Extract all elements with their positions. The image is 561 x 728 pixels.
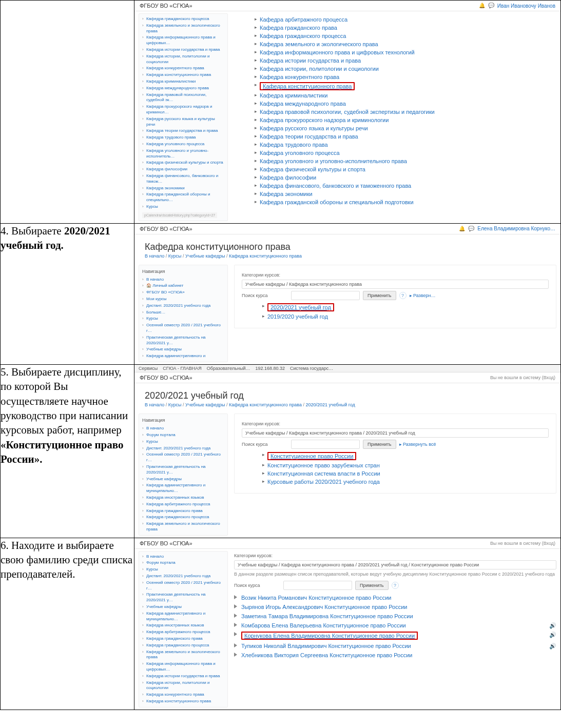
list-item[interactable]: Кафедра иностранных языков — [142, 622, 224, 629]
login-note[interactable]: Вы не вошли в систему (Вход) — [490, 375, 555, 380]
list-item[interactable]: Кафедра прокурорского надзора и криминол… — [142, 104, 224, 116]
list-item[interactable]: Кафедра истории, политологии и социологи… — [142, 680, 224, 692]
list-item[interactable]: Кафедра конституционного права — [142, 72, 224, 78]
teacher-item[interactable]: Корнукова Елена Владимировна Конституцио… — [234, 630, 556, 641]
list-item[interactable]: Кафедра прокурорского надзора и криминол… — [255, 116, 556, 124]
category-select[interactable]: Учебные кафедры / Кафедра конституционно… — [242, 280, 549, 289]
search-input[interactable] — [283, 581, 352, 590]
list-item[interactable]: Кафедра истории, политологии и социологи… — [255, 65, 556, 73]
list-item[interactable]: Курсовые работы 2020/2021 учебного года — [262, 478, 549, 486]
list-item[interactable]: Кафедра экономики — [142, 185, 224, 192]
list-item[interactable]: Конституционное право России — [262, 451, 549, 461]
apply-button[interactable]: Применить — [363, 440, 396, 449]
list-item[interactable]: Дистант. 2020/2021 учебного года — [142, 445, 224, 452]
list-item[interactable]: Кафедра криминалистики — [255, 91, 556, 100]
user-link[interactable]: Елена Владимировна Корнуко… — [477, 226, 555, 231]
bell-icon[interactable]: 🔔 — [459, 226, 465, 232]
list-item[interactable]: 🏠 Личный кабинет — [142, 283, 224, 289]
list-item[interactable]: Кафедра конкурентного права — [255, 73, 556, 81]
list-item[interactable]: Кафедра информационного права и цифровых… — [142, 34, 224, 47]
list-item[interactable]: Осенний семестр 2020 / 2021 учебного г… — [142, 580, 224, 592]
list-item[interactable]: Кафедра иностранных языков — [142, 495, 224, 501]
list-item[interactable]: Практическая деятельность на 2020/2021 у… — [142, 592, 224, 604]
teacher-item[interactable]: Заметина Тамара Владимировна Конституцио… — [234, 612, 556, 621]
list-item[interactable]: Осенний семестр 2020 / 2021 учебного г… — [142, 451, 224, 464]
list-item[interactable]: Практическая деятельность на 2020/2021 у… — [142, 464, 224, 476]
list-item[interactable]: Кафедра международного права — [255, 100, 556, 108]
list-item[interactable]: 2019/2020 учебный год — [262, 312, 549, 321]
chat-icon[interactable]: 💬 — [468, 226, 474, 232]
search-input[interactable] — [291, 291, 360, 300]
category-select[interactable]: Учебные кафедры / Кафедра конституционно… — [234, 560, 556, 569]
apply-button[interactable]: Применить — [355, 581, 389, 590]
list-item[interactable]: Кафедра философии — [142, 166, 224, 173]
browser-tab[interactable]: СГЮА - ГЛАВНАЯ — [163, 366, 201, 371]
list-item[interactable]: Кафедра административного и муниципально… — [142, 611, 224, 623]
teacher-item[interactable]: Тупиков Николай Владимирович Конституцио… — [234, 641, 556, 651]
apply-button[interactable]: Применить — [363, 291, 396, 300]
list-item[interactable]: Кафедра гражданского права — [255, 24, 556, 32]
list-item[interactable]: Кафедра правовой психологии, судебной эк… — [142, 92, 224, 104]
list-item[interactable]: В начало — [142, 425, 224, 432]
sound-icon[interactable]: 🔊 — [549, 643, 556, 650]
list-item[interactable]: Курсы — [142, 439, 224, 445]
list-item[interactable]: Кафедра земельного и экологического прав… — [142, 649, 224, 661]
list-item[interactable]: Кафедра информационного права и цифровых… — [255, 48, 556, 56]
sound-icon[interactable]: 🔊 — [549, 622, 556, 629]
list-item[interactable]: Кафедра административного и муниципально… — [142, 482, 224, 495]
list-item[interactable]: Кафедра конституционного права — [142, 698, 224, 705]
list-item[interactable]: Кафедра физической культуры и спорта — [255, 165, 556, 173]
expand-all-link[interactable]: ▸ Развернуть всё — [399, 442, 436, 447]
list-item[interactable]: Кафедра земельного и экологического прав… — [142, 521, 224, 533]
sound-icon[interactable]: 🔊 — [549, 632, 556, 638]
list-item[interactable]: В начало — [142, 277, 224, 283]
list-item[interactable]: ФГБОУ ВО «СГЮА» — [142, 289, 224, 296]
list-item[interactable]: Кафедра гражданского процесса — [142, 514, 224, 521]
list-item[interactable]: Форум портала — [142, 432, 224, 439]
list-item[interactable]: Кафедра арбитражного процесса — [142, 629, 224, 636]
list-item[interactable]: Кафедра теории государства и права — [255, 132, 556, 141]
list-item[interactable]: Кафедра экономики — [255, 190, 556, 198]
list-item[interactable]: Кафедра истории государства и права — [255, 56, 556, 65]
user-link[interactable]: Иван Ивановочу Иванов — [497, 3, 555, 9]
list-item[interactable]: Кафедра уголовного процесса — [255, 149, 556, 157]
list-item[interactable]: Кафедра земельного и экологического прав… — [142, 23, 224, 35]
help-icon[interactable]: ? — [399, 292, 407, 299]
list-item[interactable]: 2020/2021 учебный год — [262, 302, 549, 312]
list-item[interactable]: Курсы — [142, 316, 224, 322]
list-item[interactable]: Кафедра гражданской обороны и специально… — [142, 191, 224, 204]
list-item[interactable]: Кафедра трудового права — [255, 141, 556, 149]
help-icon[interactable]: ? — [392, 582, 399, 589]
list-item[interactable]: Кафедра административного и — [142, 353, 224, 360]
list-item[interactable]: Кафедра уголовного процесса — [142, 141, 224, 148]
browser-tab[interactable]: Сервисы — [139, 366, 158, 371]
list-item[interactable]: Кафедра гражданского процесса — [142, 642, 224, 649]
list-item[interactable]: Кафедра физической культуры и спорта — [142, 160, 224, 166]
list-item[interactable]: Кафедра истории, политологии и социологи… — [142, 53, 224, 66]
list-item[interactable]: Дистант. 2020/2021 учебного года — [142, 573, 224, 580]
list-item[interactable]: Кафедра философии — [255, 173, 556, 182]
list-item[interactable]: Кафедра гражданского процесса — [255, 32, 556, 40]
expand-link[interactable]: ▸ Разверн… — [410, 293, 436, 298]
list-item[interactable]: Кафедра гражданского права — [142, 636, 224, 642]
list-item[interactable]: Дистант. 2020/2021 учебного года — [142, 303, 224, 309]
teacher-item[interactable]: Комбарова Елена Валерьевна Конституционн… — [234, 621, 556, 630]
list-item[interactable]: Мои курсы — [142, 296, 224, 303]
list-item[interactable]: Кафедра арбитражного процесса — [142, 501, 224, 508]
list-item[interactable]: Учебные кафедры — [142, 476, 224, 483]
teacher-item[interactable]: Хлебникова Виктория Сергеевна Конституци… — [234, 651, 556, 660]
browser-tab[interactable]: Система государс… — [290, 366, 333, 371]
category-select[interactable]: Учебные кафедры / Кафедра конституционно… — [242, 428, 549, 438]
list-item[interactable]: Кафедра гражданской обороны и специально… — [255, 198, 556, 206]
list-item[interactable]: Кафедра истории государства и права — [142, 673, 224, 680]
teacher-item[interactable]: Возик Никита Романович Конституционное п… — [234, 593, 556, 602]
list-item[interactable]: Кафедра международного права — [142, 85, 224, 92]
list-item[interactable]: Кафедра русского языка и культуры речи — [255, 124, 556, 132]
list-item[interactable]: Конституционная система власти в России — [262, 469, 549, 478]
search-input[interactable] — [291, 440, 360, 449]
chat-icon[interactable]: 💬 — [488, 3, 494, 9]
list-item[interactable]: Кафедра финансового, банковского и тамож… — [142, 173, 224, 185]
list-item[interactable]: Кафедра финансового, банковского и тамож… — [255, 182, 556, 190]
list-item[interactable]: Курсы — [142, 566, 224, 573]
list-item[interactable]: Кафедра уголовного и уголовно-исполнител… — [142, 148, 224, 160]
